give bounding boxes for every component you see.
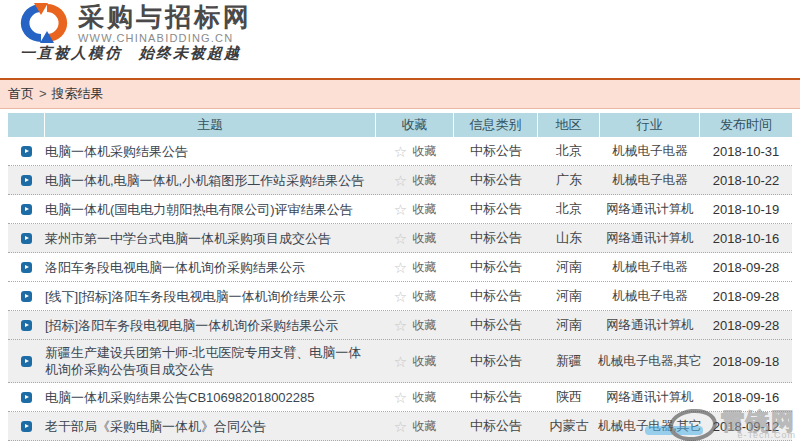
table-row: 电脑一体机采购结果公告 ☆收藏 中标公告 北京 机械电子电器 2018-10-3… [8, 137, 792, 166]
favorite-star-icon[interactable]: ☆ [394, 318, 407, 333]
table-row: 新疆生产建设兵团第十师-北屯医院专用支臂、电脑一体机询价采购公告项目成交公告 ☆… [8, 340, 792, 383]
favorite-label[interactable]: 收藏 [412, 259, 436, 276]
bullet-play-icon [21, 421, 32, 432]
site-url: WWW.CHINABIDDING.CN [78, 32, 252, 44]
breadcrumb-current: 搜索结果 [52, 86, 104, 101]
table-row: 莱州市第一中学台式电脑一体机采购项目成交公告 ☆收藏 中标公告 山东 网络通讯计… [8, 224, 792, 253]
column-header-date: 发布时间 [700, 113, 792, 137]
site-title: 采购与招标网 [78, 3, 252, 31]
category-value: 中标公告 [470, 258, 522, 276]
category-value: 中标公告 [470, 229, 522, 247]
table-row: [线下][招标]洛阳车务段电视电脑一体机询价结果公示 ☆收藏 中标公告 河南 机… [8, 282, 792, 311]
favorite-star-icon[interactable]: ☆ [394, 289, 407, 304]
result-subject-link[interactable]: [招标]洛阳车务段电视电脑一体机询价采购结果公示 [45, 313, 376, 338]
favorite-label[interactable]: 收藏 [412, 317, 436, 334]
industry-value: 网络通讯计算机 [606, 317, 694, 334]
table-row: 洛阳车务段电视电脑一体机询价采购结果公示 ☆收藏 中标公告 河南 机械电子电器 … [8, 253, 792, 282]
region-value: 河南 [556, 287, 582, 305]
industry-value: 网络通讯计算机 [606, 230, 694, 247]
region-value: 河南 [556, 316, 582, 334]
category-value: 中标公告 [470, 417, 522, 435]
site-header: 采购与招标网 WWW.CHINABIDDING.CN 一直被人模仿 始终未被超越 [0, 0, 800, 78]
result-subject-link[interactable]: 电脑一体机采购结果公告 [45, 139, 376, 164]
region-value: 北京 [556, 200, 582, 218]
result-subject-link[interactable]: 电脑一体机(国电电力朝阳热电有限公司)评审结果公告 [45, 197, 376, 222]
industry-value: 机械电子电器,其它 [598, 418, 701, 435]
date-value: 2018-09-16 [713, 390, 780, 405]
category-value: 中标公告 [470, 316, 522, 334]
bullet-play-icon [21, 204, 32, 215]
category-value: 中标公告 [470, 200, 522, 218]
bullet-play-icon [21, 175, 32, 186]
bullet-play-icon [21, 233, 32, 244]
date-value: 2018-10-19 [713, 202, 780, 217]
favorite-star-icon[interactable]: ☆ [394, 390, 407, 405]
bullet-play-icon [21, 356, 32, 367]
page: 采购与招标网 WWW.CHINABIDDING.CN 一直被人模仿 始终未被超越… [0, 0, 800, 443]
category-value: 中标公告 [470, 287, 522, 305]
favorite-label[interactable]: 收藏 [412, 230, 436, 247]
date-value: 2018-09-28 [713, 260, 780, 275]
result-subject-link[interactable]: 洛阳车务段电视电脑一体机询价采购结果公示 [45, 255, 376, 280]
date-value: 2018-09-28 [713, 289, 780, 304]
favorite-label[interactable]: 收藏 [412, 418, 436, 435]
favorite-star-icon[interactable]: ☆ [394, 202, 407, 217]
bullet-play-icon [21, 392, 32, 403]
favorite-label[interactable]: 收藏 [412, 201, 436, 218]
column-header-region: 地区 [538, 113, 600, 137]
result-subject-link[interactable]: 老干部局《采购电脑一体机》合同公告 [45, 414, 376, 439]
result-subject-link[interactable]: 电脑一体机,电脑一体机,小机箱图形工作站采购结果公告 [45, 168, 376, 193]
industry-value: 机械电子电器 [613, 259, 688, 276]
bullet-play-icon [21, 291, 32, 302]
brand-block: 采购与招标网 WWW.CHINABIDDING.CN [78, 3, 252, 44]
date-value: 2018-09-18 [713, 354, 780, 369]
bullet-play-icon [21, 320, 32, 331]
bullet-play-icon [21, 146, 32, 157]
date-value: 2018-10-22 [713, 173, 780, 188]
industry-value: 机械电子电器,其它 [598, 353, 701, 370]
region-value: 陕西 [556, 388, 582, 406]
region-value: 内蒙古 [550, 417, 589, 435]
date-value: 2018-10-31 [713, 144, 780, 159]
column-header-icon [8, 113, 45, 137]
favorite-label[interactable]: 收藏 [412, 353, 436, 370]
breadcrumb-home-link[interactable]: 首页 [8, 86, 34, 101]
site-logo-icon [14, 1, 74, 45]
industry-value: 网络通讯计算机 [606, 389, 694, 406]
date-value: 2018-09-12 [713, 419, 780, 434]
favorite-label[interactable]: 收藏 [412, 172, 436, 189]
industry-value: 机械电子电器 [613, 143, 688, 160]
industry-value: 机械电子电器 [613, 172, 688, 189]
favorite-star-icon[interactable]: ☆ [394, 419, 407, 434]
table-header-row: 主题 收藏 信息类别 地区 行业 发布时间 [8, 113, 792, 137]
table-row: 电脑一体机,电脑一体机,小机箱图形工作站采购结果公告 ☆收藏 中标公告 广东 机… [8, 166, 792, 195]
category-value: 中标公告 [470, 171, 522, 189]
favorite-star-icon[interactable]: ☆ [394, 173, 407, 188]
column-header-subject: 主题 [45, 113, 376, 137]
site-slogan: 一直被人模仿 始终未被超越 [20, 44, 241, 63]
category-value: 中标公告 [470, 142, 522, 160]
favorite-star-icon[interactable]: ☆ [394, 354, 407, 369]
result-subject-link[interactable]: 莱州市第一中学台式电脑一体机采购项目成交公告 [45, 226, 376, 251]
column-header-favorite: 收藏 [376, 113, 454, 137]
region-value: 山东 [556, 229, 582, 247]
result-subject-link[interactable]: 电脑一体机采购结果公告CB106982018002285 [45, 385, 376, 410]
result-subject-link[interactable]: [线下][招标]洛阳车务段电视电脑一体机询价结果公示 [45, 284, 376, 309]
favorite-star-icon[interactable]: ☆ [394, 231, 407, 246]
table-row: [招标]洛阳车务段电视电脑一体机询价采购结果公示 ☆收藏 中标公告 河南 网络通… [8, 311, 792, 340]
category-value: 中标公告 [470, 388, 522, 406]
favorite-label[interactable]: 收藏 [412, 288, 436, 305]
column-header-industry: 行业 [600, 113, 700, 137]
favorite-label[interactable]: 收藏 [412, 389, 436, 406]
region-value: 北京 [556, 142, 582, 160]
result-subject-link[interactable]: 新疆生产建设兵团第十师-北屯医院专用支臂、电脑一体机询价采购公告项目成交公告 [45, 340, 376, 382]
favorite-star-icon[interactable]: ☆ [394, 260, 407, 275]
favorite-star-icon[interactable]: ☆ [394, 144, 407, 159]
favorite-label[interactable]: 收藏 [412, 143, 436, 160]
column-header-category: 信息类别 [454, 113, 538, 137]
table-row: 老干部局《采购电脑一体机》合同公告 ☆收藏 中标公告 内蒙古 机械电子电器,其它… [8, 412, 792, 441]
date-value: 2018-10-16 [713, 231, 780, 246]
table-row: 电脑一体机采购结果公告CB106982018002285 ☆收藏 中标公告 陕西… [8, 383, 792, 412]
region-value: 河南 [556, 258, 582, 276]
search-results-table: 主题 收藏 信息类别 地区 行业 发布时间 电脑一体机采购结果公告 ☆收藏 中标… [8, 113, 792, 441]
